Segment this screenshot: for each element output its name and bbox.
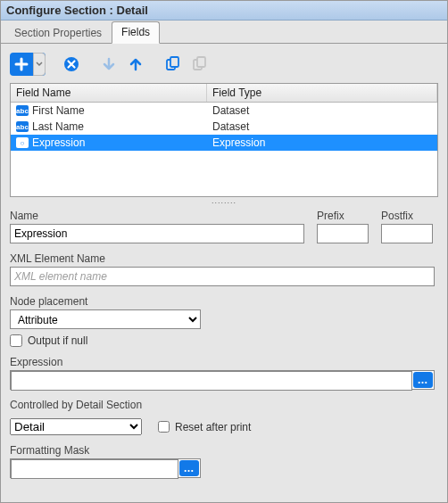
paste-icon [191,55,209,73]
cell-name: First Name [32,104,85,117]
ellipsis-icon: … [184,462,195,474]
name-label: Name [10,210,304,222]
plus-icon [14,57,29,71]
postfix-label: Postfix [381,210,433,222]
controlled-by-label: Controlled by Detail Section [10,399,438,411]
dataset-icon: abc [16,105,29,116]
formatting-mask-label: Formatting Mask [10,444,438,457]
move-up-button[interactable] [124,53,147,76]
delete-icon [62,55,80,73]
caret-down-icon [36,61,43,68]
expression-label: Expression [10,356,438,368]
svg-rect-2 [170,57,178,67]
tab-section-properties[interactable]: Section Properties [4,22,112,44]
ellipsis-icon: … [418,374,429,386]
svg-rect-4 [197,57,205,67]
tab-fields[interactable]: Fields [112,21,160,44]
add-field-button[interactable] [10,53,33,76]
reset-after-print-checkbox[interactable] [158,421,170,433]
reset-after-print-label: Reset after print [175,421,251,433]
node-placement-select[interactable]: Attribute [10,309,201,329]
postfix-input[interactable] [381,224,433,243]
arrow-down-icon [101,56,117,72]
cell-type: Dataset [207,103,437,118]
output-if-null-label: Output if null [28,334,87,347]
add-field-dropdown[interactable] [33,53,46,76]
panel-title: Configure Section : Detail [1,1,447,21]
xml-element-label: XML Element Name [10,252,438,265]
prefix-input[interactable] [317,224,369,243]
table-row[interactable]: ○ Expression Expression [11,135,437,151]
arrow-up-icon [128,56,144,72]
field-properties-form: Name Prefix Postfix XML Element Name Nod… [10,204,438,478]
add-button-group [10,53,46,76]
output-if-null-checkbox[interactable] [10,334,22,347]
col-field-type[interactable]: Field Type [207,84,437,102]
splitter-handle[interactable]: ........ [10,197,438,204]
tab-strip: Section Properties Fields [1,21,447,44]
tab-body-fields: Field Name Field Type abc First Name Dat… [1,44,447,489]
delete-button[interactable] [60,53,83,76]
expression-browse-button[interactable]: … [413,372,433,388]
expression-icon: ○ [16,137,29,148]
formatting-mask-browse-button[interactable]: … [179,460,199,476]
node-placement-label: Node placement [10,295,438,308]
expression-input[interactable] [11,371,412,391]
col-field-name[interactable]: Field Name [11,84,207,102]
move-down-button [97,53,120,76]
controlled-by-select[interactable]: Detail [10,418,142,435]
fields-table: Field Name Field Type abc First Name Dat… [10,83,438,197]
table-header: Field Name Field Type [11,84,437,103]
xml-element-input[interactable] [10,267,435,286]
cell-name: Last Name [32,120,84,133]
paste-button [188,53,212,76]
formatting-mask-input[interactable] [11,459,178,479]
copy-button[interactable] [162,53,185,76]
fields-toolbar [10,51,438,83]
cell-name: Expression [32,136,85,149]
cell-type: Expression [207,136,437,150]
cell-type: Dataset [207,120,437,134]
configure-section-panel: Configure Section : Detail Section Prope… [0,0,448,503]
copy-icon [164,55,182,73]
table-row[interactable]: abc Last Name Dataset [11,119,437,135]
dataset-icon: abc [16,121,29,132]
name-input[interactable] [10,224,304,243]
table-row[interactable]: abc First Name Dataset [11,103,437,119]
prefix-label: Prefix [317,210,369,222]
